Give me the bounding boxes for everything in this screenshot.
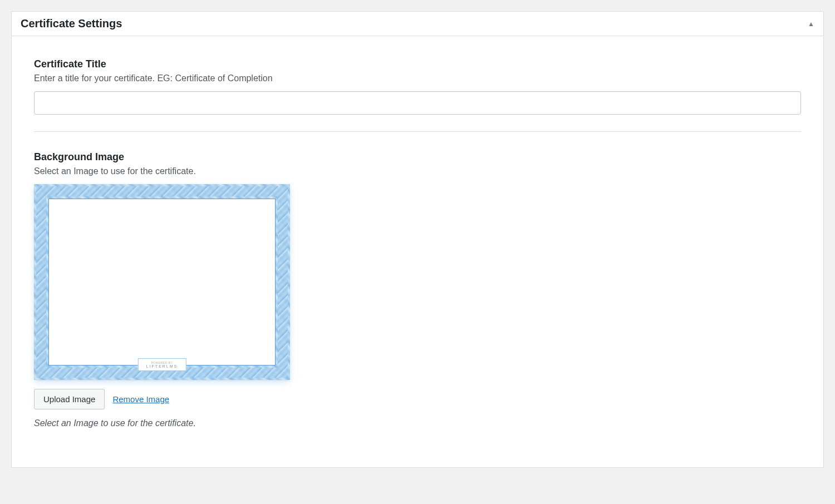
certificate-badge-text: LIFTERLMS	[146, 364, 178, 368]
background-image-field: Background Image Select an Image to use …	[34, 151, 801, 428]
remove-image-link[interactable]: Remove Image	[112, 394, 169, 404]
certificate-border-inner	[48, 199, 276, 365]
image-actions: Upload Image Remove Image	[34, 389, 801, 409]
field-divider	[34, 131, 801, 132]
panel-title: Certificate Settings	[21, 17, 122, 30]
certificate-title-description: Enter a title for your certificate. EG: …	[34, 73, 801, 83]
background-image-label: Background Image	[34, 151, 801, 163]
panel-body: Certificate Title Enter a title for your…	[12, 36, 823, 467]
collapse-toggle-icon[interactable]: ▲	[808, 20, 814, 28]
certificate-settings-panel: Certificate Settings ▲ Certificate Title…	[11, 11, 824, 468]
certificate-title-label: Certificate Title	[34, 58, 801, 70]
background-image-help-text: Select an Image to use for the certifica…	[34, 418, 801, 428]
certificate-title-field: Certificate Title Enter a title for your…	[34, 58, 801, 115]
panel-header: Certificate Settings ▲	[12, 12, 823, 36]
certificate-badge: POWERED BY LIFTERLMS	[138, 358, 186, 371]
upload-image-button[interactable]: Upload Image	[34, 389, 105, 409]
background-image-description: Select an Image to use for the certifica…	[34, 166, 801, 176]
certificate-preview-image[interactable]: POWERED BY LIFTERLMS	[34, 184, 290, 380]
certificate-title-input[interactable]	[34, 91, 801, 115]
